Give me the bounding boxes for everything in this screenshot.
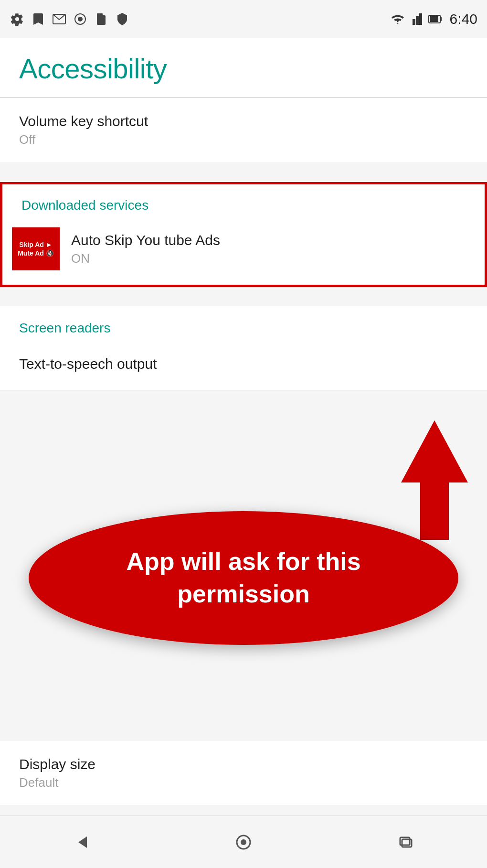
gap-2 [0,297,487,306]
svg-marker-11 [78,836,87,848]
svg-rect-7 [413,19,415,25]
display-size-item[interactable]: Display size Default [0,741,487,806]
svg-rect-4 [97,13,103,16]
auto-skip-ads-icon: Skip Ad ► Mute Ad 🔇 [12,227,60,270]
back-button[interactable] [62,823,100,861]
service-name: Auto Skip You tube Ads [71,232,220,248]
auto-skip-ads-item[interactable]: Skip Ad ► Mute Ad 🔇 Auto Skip You tube A… [2,218,485,285]
gear-icon [10,11,25,27]
svg-point-13 [241,839,246,845]
gap-1 [0,163,487,172]
home-button[interactable] [224,823,263,861]
status-time: 6:40 [450,11,477,27]
bottom-section: Display size Default [0,741,487,806]
navigation-bar [0,815,487,868]
screen-readers-title: Screen readers [19,321,468,336]
arrow-shaft [420,482,449,540]
downloaded-services-header: Downloaded services [2,184,485,218]
oval-annotation-text: App will ask for thispermission [107,546,380,610]
text-to-speech-title: Text-to-speech output [19,356,468,372]
service-icon-line1: Skip Ad ► [19,240,52,249]
screen-readers-header: Screen readers [0,311,487,341]
svg-rect-3 [97,15,106,25]
sd-card-icon [94,11,109,27]
volume-shortcut-section: Volume key shortcut Off [0,98,487,163]
page-title-bar: Accessibility [0,38,487,97]
volume-key-shortcut-value: Off [19,132,468,147]
volume-key-shortcut-item[interactable]: Volume key shortcut Off [0,98,487,163]
status-bar: 6:40 [0,0,487,38]
svg-rect-9 [440,17,442,21]
shield-icon [115,11,130,27]
svg-point-2 [78,17,83,21]
circle-icon [73,11,88,27]
arrow-annotation [401,420,468,540]
status-icons-left [10,11,130,27]
volume-key-shortcut-title: Volume key shortcut [19,113,468,129]
screen-readers-section: Screen readers Text-to-speech output [0,306,487,391]
service-status: ON [71,251,220,266]
service-icon-line2: Mute Ad 🔇 [18,249,54,257]
page-title: Accessibility [19,53,468,85]
signal-icon [411,12,423,26]
text-to-speech-item[interactable]: Text-to-speech output [0,341,487,391]
svg-rect-6 [416,16,419,25]
downloaded-services-title: Downloaded services [21,198,466,213]
service-info: Auto Skip You tube Ads ON [71,232,220,266]
recents-button[interactable] [387,823,425,861]
status-icons-right: 6:40 [390,11,477,27]
bookmark-icon [31,11,46,27]
svg-rect-10 [430,16,438,22]
battery-icon [428,12,442,26]
wifi-icon [390,13,406,25]
mail-icon [52,11,67,27]
arrow-up [401,420,468,482]
oval-annotation: App will ask for thispermission [29,511,458,645]
display-size-value: Default [19,775,468,790]
svg-rect-5 [419,13,422,25]
display-size-title: Display size [19,756,468,772]
downloaded-services-section: Downloaded services Skip Ad ► Mute Ad 🔇 … [0,182,487,287]
